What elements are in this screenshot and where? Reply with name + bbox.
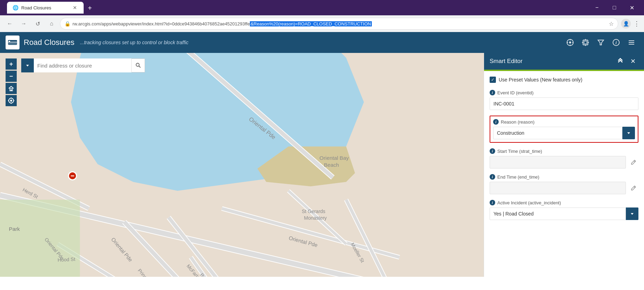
end-time-edit-button[interactable] [629, 183, 638, 193]
zoom-in-button[interactable]: + [6, 58, 17, 70]
url-text: rw.arcgis.com/apps/webappviewer/index.ht… [72, 21, 607, 26]
lock-icon: 🔒 [64, 21, 70, 26]
event-id-info-icon[interactable]: i [490, 90, 495, 95]
start-time-info-icon[interactable]: i [490, 148, 495, 154]
start-time-label: Start Time (strat_time) [497, 149, 542, 154]
my-location-button[interactable] [6, 95, 17, 106]
active-incident-select-row: Yes | Road Closed [490, 207, 638, 220]
tab-favicon: 🌐 [13, 5, 18, 10]
smart-editor-header: Smart Editor ✕ [484, 53, 644, 70]
home-button[interactable]: ⌂ [46, 18, 57, 29]
settings-tool-button[interactable] [578, 36, 592, 49]
tab-close-button[interactable]: ✕ [72, 5, 78, 11]
start-time-label-row: i Start Time (strat_time) [490, 148, 638, 154]
end-time-info-icon[interactable]: i [490, 174, 495, 180]
search-dropdown-button[interactable] [21, 58, 34, 72]
back-button[interactable]: ← [4, 18, 15, 29]
info-tool-button[interactable]: i [609, 36, 623, 49]
event-id-input[interactable] [490, 97, 638, 110]
active-incident-select[interactable]: Yes | Road Closed [490, 207, 626, 220]
smart-editor-body: ✓ Use Preset Values (New features only) … [484, 71, 644, 277]
svg-text:Oriental Bay: Oriental Bay [320, 155, 349, 161]
app-header: Road Closures ...tracking closures set u… [0, 32, 644, 53]
svg-text:Park: Park [9, 226, 20, 232]
map-background: Oriental Pde Oriental Pde Oriental Pde H… [0, 53, 484, 277]
title-bar: 🌐 Road Closures ✕ + − □ ✕ [0, 0, 644, 15]
svg-rect-3 [9, 41, 10, 42]
locate-tool-button[interactable] [563, 36, 577, 49]
reason-field-group: i Reason (reason) Construction [490, 116, 638, 143]
active-tab[interactable]: 🌐 Road Closures ✕ [7, 2, 84, 14]
reason-label-row: i Reason (reason) [493, 119, 635, 125]
active-incident-label-row: i Active Incident (active_incident) [490, 200, 638, 205]
checkbox-checkmark: ✓ [491, 77, 495, 82]
svg-line-72 [139, 66, 140, 68]
svg-marker-76 [631, 213, 634, 215]
svg-rect-43 [0, 199, 80, 277]
close-editor-button[interactable]: ✕ [627, 56, 638, 67]
window-controls: − □ ✕ [589, 0, 640, 15]
start-time-edit-button[interactable] [629, 157, 638, 167]
active-incident-info-icon[interactable]: i [490, 200, 495, 205]
bookmark-button[interactable]: ☆ [609, 21, 614, 27]
tab-title: Road Closures [21, 5, 69, 10]
zoom-out-button[interactable]: − [6, 71, 17, 82]
address-bar: ← → ↺ ⌂ 🔒 rw.arcgis.com/apps/webappviewe… [0, 15, 644, 32]
svg-line-75 [634, 187, 635, 188]
app-logo [6, 36, 20, 49]
search-button[interactable] [131, 58, 145, 72]
search-input[interactable] [34, 58, 131, 72]
reason-select[interactable]: Construction [493, 127, 622, 139]
new-tab-button[interactable]: + [84, 3, 96, 14]
main-layout: Oriental Pde Oriental Pde Oriental Pde H… [0, 53, 644, 277]
collapse-editor-button[interactable] [615, 56, 626, 67]
svg-rect-10 [583, 40, 588, 45]
filter-tool-button[interactable] [594, 36, 608, 49]
svg-point-9 [569, 41, 571, 44]
browser-menu-button[interactable]: ⋮ [634, 20, 640, 28]
minimize-button[interactable]: − [589, 0, 605, 15]
end-time-display [490, 182, 626, 194]
reload-button[interactable]: ↺ [32, 18, 43, 29]
home-extent-button[interactable] [6, 83, 17, 94]
close-window-button[interactable]: ✕ [624, 0, 640, 15]
svg-rect-63 [10, 89, 12, 91]
app-title: Road Closures [24, 38, 75, 47]
reason-select-row: Construction [493, 127, 635, 139]
active-incident-dropdown-button[interactable] [626, 207, 638, 220]
menu-tool-button[interactable] [624, 36, 638, 49]
app-header-tools: i [563, 36, 638, 49]
profile-button[interactable]: 👤 [621, 19, 631, 29]
svg-text:Monastery: Monastery [304, 215, 327, 221]
forward-button[interactable]: → [18, 18, 29, 29]
svg-text:St Gerards: St Gerards [302, 209, 325, 214]
end-time-field-group: i End Time (end_time) [490, 174, 638, 194]
url-bar[interactable]: 🔒 rw.arcgis.com/apps/webappviewer/index.… [60, 18, 618, 30]
smart-editor-header-controls: ✕ [615, 56, 638, 67]
reason-dropdown-button[interactable] [622, 127, 635, 139]
end-time-input-row [490, 182, 638, 194]
search-bar [21, 58, 145, 72]
smart-editor-title: Smart Editor [490, 58, 522, 65]
url-highlight-part: &Reason%20(reason)=ROAD_CLOSED_CONSTRUCT… [250, 21, 372, 26]
maximize-button[interactable]: □ [606, 0, 622, 15]
preset-values-row: ✓ Use Preset Values (New features only) [490, 77, 638, 83]
event-id-label: Event ID (eventid) [497, 90, 534, 95]
svg-point-71 [136, 63, 139, 66]
svg-line-74 [634, 161, 635, 162]
map-area[interactable]: Oriental Pde Oriental Pde Oriental Pde H… [0, 53, 484, 277]
app-subtitle: ...tracking closures set up to control o… [80, 40, 189, 45]
event-id-field-group: i Event ID (eventid) [490, 90, 638, 110]
event-id-label-row: i Event ID (eventid) [490, 90, 638, 95]
active-incident-label: Active Incident (active_incident) [497, 200, 561, 205]
svg-marker-73 [627, 132, 630, 134]
preset-label: Use Preset Values (New features only) [499, 77, 582, 83]
end-time-label-row: i End Time (end_time) [490, 174, 638, 180]
preset-checkbox[interactable]: ✓ [490, 77, 496, 83]
tab-bar: 🌐 Road Closures ✕ + [4, 2, 586, 14]
reason-info-icon[interactable]: i [493, 119, 499, 125]
road-closure-marker[interactable] [68, 171, 77, 180]
start-time-display [490, 156, 626, 168]
svg-text:i: i [615, 40, 617, 45]
start-time-field-group: i Start Time (strat_time) [490, 148, 638, 168]
